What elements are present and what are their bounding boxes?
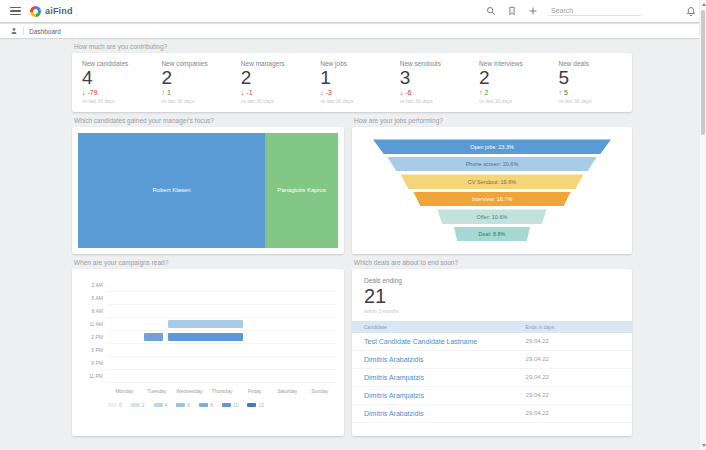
candidate-link[interactable]: Dimitris Arabatzidis [352, 404, 526, 422]
treemap-label: Panagiotis Kapros [277, 187, 326, 193]
kpi-label: New jobs [320, 60, 383, 67]
kpi-new-jobs: New jobs 1 ↓ -3 vs last 30 days [312, 58, 391, 106]
trend-arrow-icon: ↓ [82, 89, 86, 96]
scroll-down-arrow-icon[interactable] [702, 444, 706, 447]
kpi-delta: ↓ -3 [320, 89, 383, 96]
treemap-section-title: Which candidates gained your manager's f… [74, 117, 344, 124]
legend-item: 4 [154, 402, 168, 408]
col-header-ends-in-days: Ends in days [526, 321, 632, 333]
jobs-funnel-card: Open jobs: 23.3% Phone screen: 20.6% CV … [352, 127, 632, 254]
legend-swatch [222, 403, 231, 407]
candidate-link[interactable]: Dimitris Arampatzis [352, 386, 526, 404]
end-date: 29.04.22 [526, 404, 632, 422]
funnel-stage-deal[interactable]: Deal: 8.8% [454, 227, 530, 242]
delta-value: -3 [326, 89, 332, 96]
end-date: 29.04.22 [526, 386, 632, 404]
deals-count: 21 [364, 286, 620, 306]
kpi-value: 5 [559, 68, 622, 88]
legend-value: 12 [258, 402, 264, 408]
legend-item: 8 [199, 402, 213, 408]
legend-item: 0 [108, 402, 122, 408]
kpi-new-managers: New managers 2 ↓ -1 vs last 30 days [233, 58, 312, 106]
kpi-value: 1 [320, 68, 383, 88]
day-tick-label: Tuesday [141, 388, 174, 394]
app-bar: aiFind [0, 0, 706, 22]
legend-item: 6 [176, 402, 190, 408]
legend-value: 2 [142, 402, 145, 408]
candidate-link[interactable]: Dimitris Arampatzis [352, 368, 526, 386]
search-icon[interactable] [486, 6, 496, 16]
kpi-label: New deals [559, 60, 622, 67]
deals-ending-card: Deals ending 21 within 3 months Candidat… [352, 269, 632, 436]
kpi-delta: ↑ 1 [161, 89, 224, 96]
kpi-label: New sendouts [400, 60, 463, 67]
funnel-stage-label: CV Sendout: 19.6% [468, 179, 516, 185]
legend-item: 2 [131, 402, 145, 408]
hour-tick-label: 2 PM [78, 331, 108, 344]
heatmap-day-axis: MondayTuesdayWednesdayThursdayFridaySatu… [108, 388, 336, 394]
candidate-link[interactable]: Dimitris Arabatzidis [352, 350, 526, 368]
treemap-block-panagiotis-kapros[interactable]: Panagiotis Kapros [265, 133, 338, 248]
notifications-bell-icon[interactable] [686, 6, 696, 17]
legend-swatch [176, 403, 185, 407]
breadcrumb-divider [23, 27, 24, 35]
kpi-period-note: vs last 30 days [400, 98, 463, 104]
candidate-link[interactable]: Test Candidate Candidate Lastname [352, 333, 526, 351]
add-icon[interactable] [528, 6, 538, 16]
hour-tick-label: 8 AM [78, 305, 108, 318]
legend-value: 8 [210, 402, 213, 408]
legend-swatch [199, 403, 208, 407]
day-tick-label: Thursday [206, 388, 239, 394]
legend-swatch [154, 403, 163, 407]
hour-tick-label: 11 PM [78, 370, 108, 383]
treemap-block-robert-klasen[interactable]: Robert Klasen [78, 133, 265, 248]
funnel-stage-cv-sendout[interactable]: CV Sendout: 19.6% [400, 174, 583, 189]
kpi-card: New candidates 4 ↓ -79 vs last 30 days N… [72, 53, 632, 112]
funnel-stage-interview[interactable]: Interview: 18.7% [413, 192, 570, 207]
table-row: Test Candidate Candidate Lastname 29.04.… [352, 333, 632, 351]
kpi-delta: ↓ -1 [241, 89, 304, 96]
kpi-period-note: vs last 30 days [161, 98, 224, 104]
delta-value: -6 [405, 89, 411, 96]
bookmark-icon[interactable] [507, 6, 517, 16]
vertical-scrollbar[interactable] [699, 0, 706, 450]
day-tick-label: Friday [238, 388, 271, 394]
kpi-value: 2 [241, 68, 304, 88]
hamburger-menu-icon[interactable] [10, 7, 21, 15]
search-input[interactable] [551, 7, 639, 14]
user-icon [10, 27, 18, 35]
funnel-stage-open-jobs[interactable]: Open jobs: 23.3% [373, 139, 611, 154]
funnel-stage-label: Interview: 18.7% [472, 196, 513, 202]
funnel-stage-label: Phone screen: 20.6% [466, 161, 519, 167]
kpi-period-note: vs last 30 days [479, 98, 542, 104]
campaigns-section-title: When are your campaigns read? [74, 259, 344, 266]
kpi-delta: ↓ -79 [82, 89, 145, 96]
funnel-stage-offer[interactable]: Offer: 10.6% [437, 209, 546, 224]
day-tick-label: Sunday [303, 388, 336, 394]
funnel-section-title: How are your jobs performing? [354, 117, 632, 124]
deals-table-header-row: Candidate Ends in days [352, 321, 632, 333]
aifind-logo-icon [30, 6, 41, 17]
funnel-stage-phone-screen[interactable]: Phone screen: 20.6% [387, 157, 596, 172]
brand-name: aiFind [45, 6, 73, 16]
kpi-delta: ↑ 2 [479, 89, 542, 96]
hour-tick-label: 8 PM [78, 357, 108, 370]
scrollbar-thumb[interactable] [701, 10, 705, 135]
legend-value: 4 [165, 402, 168, 408]
kpi-label: New candidates [82, 60, 145, 67]
funnel-stage-label: Deal: 8.8% [479, 231, 506, 237]
breadcrumb-dashboard[interactable]: Dashboard [29, 28, 61, 35]
kpi-label: New companies [161, 60, 224, 67]
day-tick-label: Monday [108, 388, 141, 394]
funnel-stage-label: Open jobs: 23.3% [470, 144, 514, 150]
kpi-period-note: vs last 30 days [241, 98, 304, 104]
kpi-new-candidates: New candidates 4 ↓ -79 vs last 30 days [74, 58, 153, 106]
scroll-up-arrow-icon[interactable] [702, 3, 706, 6]
kpi-value: 3 [400, 68, 463, 88]
hour-tick-label: 5 PM [78, 344, 108, 357]
heatmap-hour-axis: 2 AM5 AM8 AM11 AM2 PM5 PM8 PM11 PM [78, 279, 108, 383]
table-row: Dimitris Arabatzidis 29.04.22 [352, 350, 632, 368]
heatmap-bar [144, 333, 164, 341]
hour-tick-label: 5 AM [78, 292, 108, 305]
legend-item: 12 [247, 402, 264, 408]
